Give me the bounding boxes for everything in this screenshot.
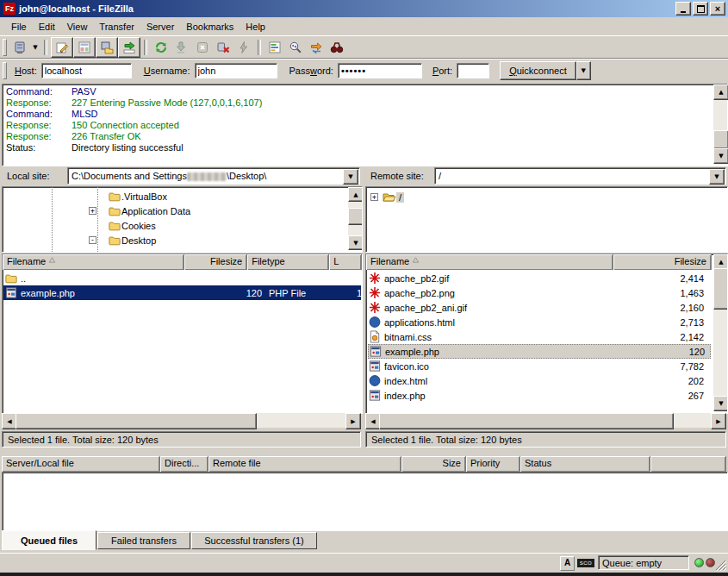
title-bar[interactable]: Fz john@localhost - FileZilla × <box>0 0 728 17</box>
toggle-message-log-button[interactable] <box>51 37 73 58</box>
file-row[interactable]: favicon.ico7,782 <box>368 359 711 373</box>
file-row-updir[interactable]: .. <box>4 271 360 285</box>
remote-list-scrollbar[interactable]: ▲ ▼ <box>713 254 727 411</box>
log-scrollbar[interactable]: ▲ ▼ <box>713 85 727 164</box>
tree-item-root[interactable]: + / <box>370 190 404 204</box>
file-row[interactable]: apache_pb2_ani.gif2,160 <box>368 300 711 315</box>
site-manager-button[interactable] <box>9 38 30 57</box>
tree-item-cookies[interactable]: Cookies <box>89 218 156 233</box>
column-header-filename[interactable]: Filename <box>366 254 613 270</box>
remote-site-dropdown-button[interactable]: ▼ <box>709 169 725 185</box>
menu-server[interactable]: Server <box>140 20 180 34</box>
resize-grip[interactable] <box>715 560 726 571</box>
directory-comparison-button[interactable] <box>285 38 306 57</box>
transfer-type-indicator-icon[interactable]: A <box>560 556 575 571</box>
toggle-local-tree-button[interactable] <box>73 37 96 58</box>
file-row[interactable]: index.php267 <box>368 388 711 403</box>
scroll-down-button[interactable]: ▼ <box>348 235 363 250</box>
remote-list-hscrollbar[interactable]: ◀ ▶ <box>365 413 726 428</box>
scroll-down-button[interactable]: ▼ <box>713 396 728 411</box>
scroll-down-button[interactable]: ▼ <box>713 148 728 164</box>
file-row-example-php[interactable]: example.php120 <box>368 344 711 359</box>
menu-file[interactable]: File <box>5 20 33 34</box>
file-row[interactable]: applications.html2,713 <box>368 315 711 329</box>
password-input[interactable] <box>338 63 422 78</box>
menu-help[interactable]: Help <box>240 20 271 34</box>
scroll-up-button[interactable]: ▲ <box>713 85 728 100</box>
scroll-thumb[interactable] <box>713 130 728 149</box>
column-header-lastmodified[interactable]: L <box>329 254 362 270</box>
scroll-up-button[interactable]: ▲ <box>348 187 363 202</box>
username-input[interactable] <box>195 63 277 78</box>
tab-queued-files[interactable]: Queued files <box>2 530 96 550</box>
file-row-example-php[interactable]: example.php 120 PHP File 1 <box>3 285 361 300</box>
host-input[interactable] <box>41 63 132 78</box>
menu-transfer[interactable]: Transfer <box>93 20 140 34</box>
toolbar-separator <box>144 40 147 55</box>
local-directory-tree: .VirtualBox + Application Data Cookies -… <box>2 186 363 253</box>
find-files-button[interactable] <box>327 38 347 57</box>
column-header-filesize[interactable]: Filesize <box>613 254 712 270</box>
column-header-status[interactable]: Status <box>520 456 650 472</box>
remote-file-list: Filename Filesize apache_pb2.gif2,414 ap… <box>365 254 728 414</box>
quickconnect-dropdown-button[interactable]: ▼ <box>576 61 591 80</box>
column-header-remote-file[interactable]: Remote file <box>208 456 401 472</box>
scroll-thumb[interactable] <box>348 208 363 225</box>
column-header-filesize[interactable]: Filesize <box>184 254 247 270</box>
tab-failed-transfers[interactable]: Failed transfers <box>97 532 190 549</box>
menu-edit[interactable]: Edit <box>33 20 61 34</box>
redacted-username <box>187 172 227 181</box>
tree-root-label[interactable]: / <box>396 192 404 203</box>
filezilla-logo-icon: Fz <box>3 3 16 15</box>
tree-item-application-data[interactable]: + Application Data <box>89 203 190 218</box>
column-header-filetype[interactable]: Filetype <box>247 254 329 270</box>
expand-plus-icon[interactable]: + <box>89 207 96 215</box>
local-list-hscrollbar[interactable]: ◀ ▶ <box>2 413 361 428</box>
tree-item-virtualbox[interactable]: .VirtualBox <box>89 189 167 203</box>
port-label: Port: <box>432 66 452 76</box>
site-manager-dropdown-button[interactable]: ▼ <box>30 38 40 57</box>
toggle-transfer-queue-button[interactable] <box>118 37 140 58</box>
toolbar-grip[interactable] <box>3 39 7 56</box>
scroll-thumb[interactable] <box>379 413 674 429</box>
local-site-dropdown-button[interactable]: ▼ <box>343 169 358 185</box>
file-row[interactable]: apache_pb2.gif2,414 <box>368 271 711 285</box>
minimize-button[interactable] <box>675 2 691 16</box>
column-header-priority[interactable]: Priority <box>466 456 520 472</box>
transfer-queue-body[interactable] <box>2 472 728 531</box>
local-site-label: Local site: <box>7 171 50 181</box>
scroll-thumb[interactable] <box>713 268 728 310</box>
column-header-direction[interactable]: Directi... <box>160 456 208 472</box>
scroll-thumb[interactable] <box>16 413 257 429</box>
close-button[interactable]: × <box>710 2 725 16</box>
menu-view[interactable]: View <box>61 20 94 34</box>
scroll-right-button[interactable]: ▶ <box>345 413 361 429</box>
cancel-operation-button <box>192 38 213 57</box>
log-line: Response:227 Entering Passive Mode (127,… <box>6 97 262 108</box>
column-header-server-local-file[interactable]: Server/Local file <box>2 456 160 472</box>
column-header-filename[interactable]: Filename <box>3 254 184 270</box>
synchronized-browsing-button[interactable] <box>306 38 327 57</box>
port-input[interactable] <box>457 63 489 78</box>
file-row[interactable]: bitnami.css2,142 <box>368 329 711 344</box>
file-row[interactable]: apache_pb2.png1,463 <box>368 285 711 300</box>
collapse-minus-icon[interactable]: - <box>89 236 96 244</box>
remote-site-combo[interactable]: / ▼ <box>434 167 726 185</box>
refresh-button[interactable] <box>151 38 171 57</box>
filter-button[interactable] <box>264 38 285 57</box>
tree-item-desktop[interactable]: - Desktop <box>89 233 156 247</box>
tab-successful-transfers[interactable]: Successful transfers (1) <box>191 532 317 549</box>
speed-limits-icon[interactable]: SCO <box>577 559 594 567</box>
quickconnect-grip[interactable] <box>3 62 7 79</box>
local-site-combo[interactable]: C:\Documents and Settings\Desktop\ ▼ <box>67 167 360 185</box>
expand-plus-icon[interactable]: + <box>370 193 378 201</box>
menu-bookmarks[interactable]: Bookmarks <box>180 20 240 34</box>
scroll-right-button[interactable]: ▶ <box>711 413 726 429</box>
quickconnect-button[interactable]: Quickconnect <box>500 61 576 80</box>
toggle-remote-tree-button[interactable] <box>96 37 118 58</box>
maximize-button[interactable] <box>693 2 708 16</box>
column-header-size[interactable]: Size <box>401 456 466 472</box>
local-tree-scrollbar[interactable]: ▲ ▼ <box>348 187 362 250</box>
disconnect-button[interactable] <box>213 38 233 57</box>
file-row[interactable]: index.html202 <box>368 373 711 388</box>
